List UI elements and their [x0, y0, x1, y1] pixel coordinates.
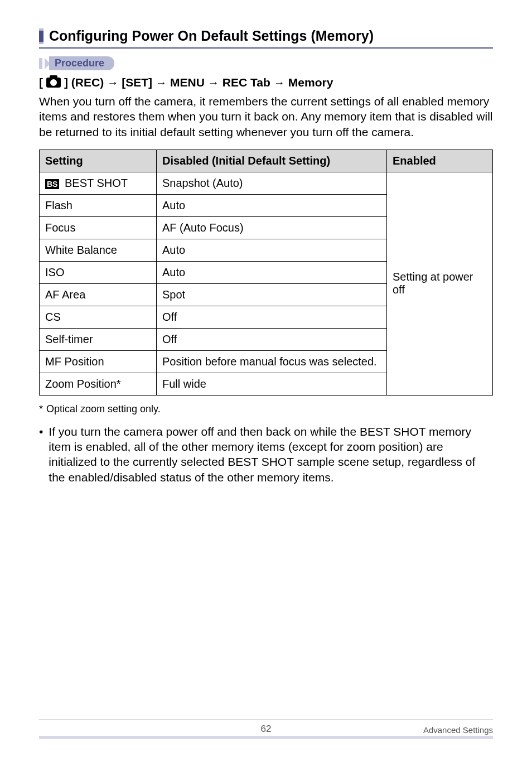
cell-disabled: Auto [157, 194, 387, 216]
cell-setting: MF Position [40, 350, 157, 373]
bullet-text: If you turn the camera power off and the… [49, 424, 493, 485]
footer-divider [39, 736, 493, 739]
cell-setting: White Balance [40, 239, 157, 261]
path-memory: Memory [288, 76, 333, 89]
cell-setting: ISO [40, 261, 157, 283]
procedure-label: Procedure [49, 56, 114, 70]
bs-icon: BS [45, 179, 59, 189]
table-row: BS BEST SHOT Snapshot (Auto) Setting at … [40, 172, 493, 194]
cell-setting: CS [40, 306, 157, 328]
section-heading-bar: Configuring Power On Default Settings (M… [39, 28, 493, 49]
cell-disabled: Auto [157, 239, 387, 261]
cell-setting: BS BEST SHOT [40, 172, 157, 194]
cell-disabled: Spot [157, 283, 387, 306]
path-set: [SET] [122, 76, 152, 89]
arrow-right-icon: → [208, 76, 219, 89]
arrow-right-icon: → [107, 76, 118, 89]
cell-enabled: Setting at power off [387, 172, 493, 395]
header-setting: Setting [40, 150, 157, 172]
heading-ornament [39, 28, 43, 44]
cell-setting-text: BEST SHOT [61, 177, 128, 189]
cell-setting: Focus [40, 216, 157, 239]
cell-disabled: Off [157, 328, 387, 350]
cell-setting: Flash [40, 194, 157, 216]
cell-disabled: AF (Auto Focus) [157, 216, 387, 239]
page-footer: 62 Advanced Settings [39, 720, 493, 735]
cell-disabled: Off [157, 306, 387, 328]
section-heading: Configuring Power On Default Settings (M… [49, 28, 374, 44]
footnote-marker: * [39, 403, 43, 415]
path-menu: MENU [170, 76, 205, 89]
footnote-text: Optical zoom setting only. [46, 403, 161, 415]
footnote: * Optical zoom setting only. [39, 403, 493, 415]
procedure-path: [ ] (REC) → [SET] → MENU → REC Tab → Mem… [39, 76, 493, 89]
cell-disabled: Snapshot (Auto) [157, 172, 387, 194]
camera-rec-icon [46, 78, 61, 88]
intro-paragraph: When you turn off the camera, it remembe… [39, 94, 493, 139]
heading-ornament-inner [39, 31, 43, 42]
path-rec-label: ] (REC) [64, 76, 104, 89]
procedure-label-row: Procedure [39, 56, 493, 70]
cell-setting: AF Area [40, 283, 157, 306]
cell-disabled: Position before manual focus was selecte… [157, 350, 387, 373]
procedure-ornament-bar [39, 58, 42, 69]
cell-disabled: Auto [157, 261, 387, 283]
footer-section-label: Advanced Settings [423, 725, 493, 735]
path-rectab: REC Tab [223, 76, 270, 89]
cell-disabled: Full wide [157, 373, 387, 395]
table-header-row: Setting Disabled (Initial Default Settin… [40, 150, 493, 172]
cell-setting: Self-timer [40, 328, 157, 350]
arrow-right-icon: → [274, 76, 285, 89]
header-disabled: Disabled (Initial Default Setting) [157, 150, 387, 172]
bullet-dot-icon: • [39, 424, 43, 485]
cell-setting: Zoom Position* [40, 373, 157, 395]
arrow-right-icon: → [156, 76, 167, 89]
header-enabled: Enabled [387, 150, 493, 172]
path-bracket-open: [ [39, 76, 43, 89]
settings-table: Setting Disabled (Initial Default Settin… [39, 150, 493, 396]
bullet-note: • If you turn the camera power off and t… [39, 424, 493, 485]
